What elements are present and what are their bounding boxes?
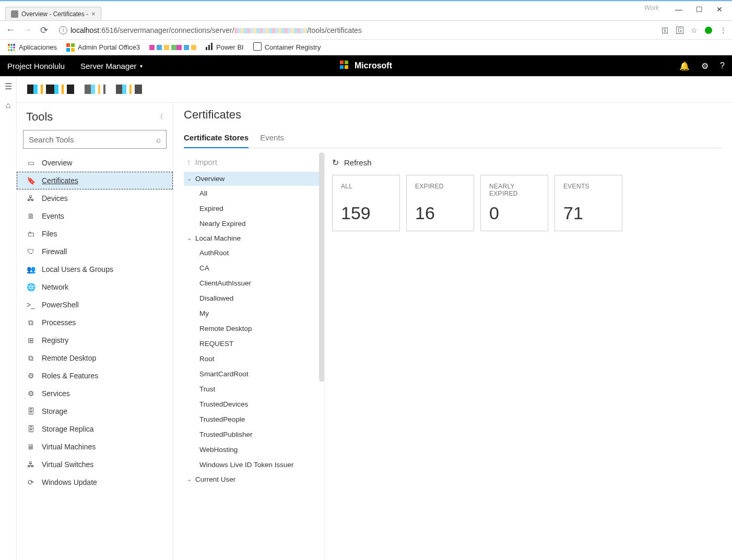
upload-icon: ↑ [187, 158, 191, 166]
url-text: localhost:6516/servermanager/connections… [70, 26, 362, 34]
tab-close-icon[interactable]: × [91, 10, 96, 18]
tab-certificate-stores[interactable]: Certificate Stores [184, 130, 249, 148]
minimize-icon[interactable]: ― [675, 5, 682, 14]
address-bar[interactable]: i localhost:6516/servermanager/connectio… [55, 23, 650, 38]
microsoft-logo-icon [340, 61, 350, 71]
tree-group-label: Current User [195, 475, 235, 483]
tool-item-roles-features[interactable]: ⚙Roles & Features [17, 367, 173, 385]
powerbi-icon [206, 43, 213, 52]
tool-item-powershell[interactable]: >_PowerShell [17, 296, 173, 314]
tool-item-overview[interactable]: ▭Overview [17, 154, 173, 172]
notifications-icon[interactable]: 🔔 [679, 61, 690, 71]
tree-item-clientauthissuer[interactable]: ClientAuthIssuer [184, 276, 324, 291]
home-icon[interactable]: ⌂ [6, 101, 11, 110]
tree-item-root[interactable]: Root [184, 351, 324, 366]
tool-item-windows-update[interactable]: ⟳Windows Update [17, 473, 173, 491]
translate-icon[interactable]: 🄶 [676, 26, 683, 34]
tree-item-my[interactable]: My [184, 306, 324, 321]
summary-card-expired[interactable]: EXPIRED16 [406, 175, 474, 231]
browser-tab[interactable]: Overview - Certificates - × [5, 7, 101, 20]
tool-label: Processes [42, 318, 76, 327]
server-manager-dropdown[interactable]: Server Manager ▾ [80, 62, 143, 70]
tree-item-webhosting[interactable]: WebHosting [184, 442, 324, 457]
browser-navbar: ← → ⟳ i localhost:6516/servermanager/con… [0, 21, 732, 40]
browser-tabbar: Overview - Certificates - × [0, 6, 732, 21]
tree-item-ca[interactable]: CA [184, 260, 324, 276]
tab-title: Overview - Certificates - [21, 10, 88, 18]
tree-item-remote-desktop[interactable]: Remote Desktop [184, 321, 324, 336]
bookmark-powerbi[interactable]: Power BI [206, 43, 244, 52]
tree-item-request[interactable]: REQUEST [184, 336, 324, 351]
refresh-button[interactable]: ↻ Refresh [332, 158, 714, 168]
tool-label: Certificates [42, 176, 78, 185]
site-info-icon[interactable]: i [59, 26, 67, 34]
refresh-icon: ↻ [332, 158, 339, 168]
office-icon [66, 43, 75, 52]
tool-item-files[interactable]: 🗀Files [17, 225, 173, 243]
hamburger-icon[interactable]: ☰ [5, 81, 12, 91]
scrollbar-thumb[interactable] [319, 152, 324, 382]
browser-chrome: Work ― ☐ ✕ Overview - Certificates - × ←… [0, 0, 732, 55]
tool-icon: 🔖 [26, 176, 36, 185]
bookmark-redacted[interactable] [149, 45, 196, 50]
card-label: EXPIRED [415, 183, 465, 199]
tree-item-expired[interactable]: Expired [184, 201, 324, 216]
tool-item-services[interactable]: ⚙Services [17, 385, 173, 402]
container-registry-icon [253, 42, 262, 52]
collapse-sidebar-icon[interactable]: 〈 [156, 112, 163, 122]
tool-item-certificates[interactable]: 🔖Certificates [17, 172, 173, 189]
tree-item-trustedpublisher[interactable]: TrustedPublisher [184, 427, 324, 442]
microsoft-brand: Microsoft [340, 61, 392, 71]
bookmark-admin-portal[interactable]: Admin Portal Office3 [66, 43, 140, 52]
tool-item-firewall[interactable]: 🛡Firewall [17, 243, 173, 260]
tool-item-storage-replica[interactable]: 🗄Storage Replica [17, 420, 173, 438]
tree-item-trust[interactable]: Trust [184, 382, 324, 397]
summary-card-events[interactable]: EVENTS71 [554, 175, 622, 231]
menu-icon[interactable]: ⋮ [719, 26, 727, 34]
tool-item-virtual-switches[interactable]: 🖧Virtual Switches [17, 456, 173, 473]
tab-events[interactable]: Events [260, 130, 284, 148]
tree-item-disallowed[interactable]: Disallowed [184, 291, 324, 306]
tree-group-current-user[interactable]: ⌄Current User [184, 472, 324, 486]
tree-item-trustedpeople[interactable]: TrustedPeople [184, 412, 324, 427]
star-icon[interactable]: ☆ [691, 26, 698, 34]
tree-group-local-machine[interactable]: ⌄Local Machine [184, 231, 324, 245]
tool-label: Virtual Switches [42, 460, 93, 469]
tree-item-smartcardroot[interactable]: SmartCardRoot [184, 366, 324, 382]
server-info-redacted [85, 85, 105, 94]
tool-item-storage[interactable]: 🗄Storage [17, 402, 173, 420]
maximize-icon[interactable]: ☐ [696, 5, 703, 14]
chevron-down-icon: ▾ [140, 63, 143, 69]
close-icon[interactable]: ✕ [716, 5, 723, 14]
summary-card-all[interactable]: ALL159 [332, 175, 400, 231]
back-button[interactable]: ← [5, 25, 16, 35]
tool-item-local-users-groups[interactable]: 👥Local Users & Groups [17, 260, 173, 278]
reload-button[interactable]: ⟳ [39, 25, 49, 36]
tool-item-remote-desktop[interactable]: ⧉Remote Desktop [17, 349, 173, 367]
bookmark-acr[interactable]: Container Registry [253, 42, 321, 52]
search-tools-input[interactable]: Search Tools ⌕ [23, 130, 167, 149]
tool-item-events[interactable]: 🗎Events [17, 207, 173, 225]
tool-item-devices[interactable]: 🖧Devices [17, 189, 173, 207]
tree-item-nearly-expired[interactable]: Nearly Expired [184, 216, 324, 231]
tree-item-all[interactable]: All [184, 186, 324, 201]
key-icon[interactable]: ⚿ [662, 26, 669, 34]
settings-icon[interactable]: ⚙ [701, 61, 709, 71]
tool-item-processes[interactable]: ⧉Processes [17, 314, 173, 331]
summary-card-nearly-expired[interactable]: NEARLY EXPIRED0 [480, 175, 548, 231]
tree-item-windows-live-id-token-issuer[interactable]: Windows Live ID Token Issuer [184, 457, 324, 472]
extension-icon[interactable] [705, 27, 712, 34]
tool-icon: 🖧 [26, 460, 36, 469]
tool-label: Virtual Machines [42, 443, 96, 451]
tree-item-trusteddevices[interactable]: TrustedDevices [184, 397, 324, 412]
tool-item-network[interactable]: 🌐Network [17, 278, 173, 296]
tool-label: Registry [42, 336, 68, 344]
tree-group-overview[interactable]: ⌄Overview [184, 172, 324, 186]
bookmark-apps[interactable]: Aplicaciones [7, 43, 57, 52]
tree-item-authroot[interactable]: AuthRoot [184, 245, 324, 260]
tool-item-virtual-machines[interactable]: 🖥Virtual Machines [17, 438, 173, 456]
tool-icon: ⚙ [26, 371, 36, 380]
brand-label[interactable]: Project Honolulu [7, 62, 65, 70]
tool-item-registry[interactable]: ⊞Registry [17, 331, 173, 349]
help-icon[interactable]: ? [720, 61, 725, 70]
